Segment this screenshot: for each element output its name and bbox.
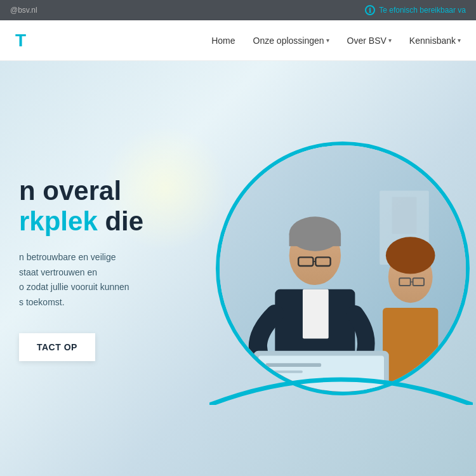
main-nav: Home Onze oplossingen ▾ Over BSV ▾ Kenni… xyxy=(211,36,461,46)
nav-item-about[interactable]: Over BSV ▾ xyxy=(347,36,392,46)
nav-item-home[interactable]: Home xyxy=(211,36,235,46)
hero-section: n overal rkplek die n betrouwbare en vei… xyxy=(0,61,476,476)
chevron-down-icon: ▾ xyxy=(458,37,461,44)
hero-heading-highlight: rkplek xyxy=(19,206,98,236)
nav-item-solutions[interactable]: Onze oplossingen ▾ xyxy=(253,36,329,46)
phone-label: Te efonisch bereikbaar va xyxy=(379,6,466,15)
svg-rect-2 xyxy=(392,197,417,234)
svg-rect-5 xyxy=(303,289,329,339)
chevron-down-icon: ▾ xyxy=(388,37,392,44)
email-text: @bsv.nl xyxy=(10,6,37,15)
logo[interactable]: T xyxy=(15,30,25,51)
svg-point-16 xyxy=(386,237,435,274)
svg-rect-8 xyxy=(289,234,341,246)
nav-item-knowledge[interactable]: Kennisbank ▾ xyxy=(409,36,461,46)
chevron-down-icon: ▾ xyxy=(326,37,329,44)
info-icon: ℹ xyxy=(365,5,375,15)
hero-subtext: n betrouwbare en veilige staat vertrouwe… xyxy=(19,250,197,310)
phone-info: ℹ Te efonisch bereikbaar va xyxy=(365,5,466,15)
cta-button[interactable]: TACT OP xyxy=(19,333,95,361)
top-bar: @bsv.nl ℹ Te efonisch bereikbaar va xyxy=(0,0,476,20)
main-header: T Home Onze oplossingen ▾ Over BSV ▾ Ken… xyxy=(0,20,476,61)
hero-image xyxy=(228,135,476,402)
